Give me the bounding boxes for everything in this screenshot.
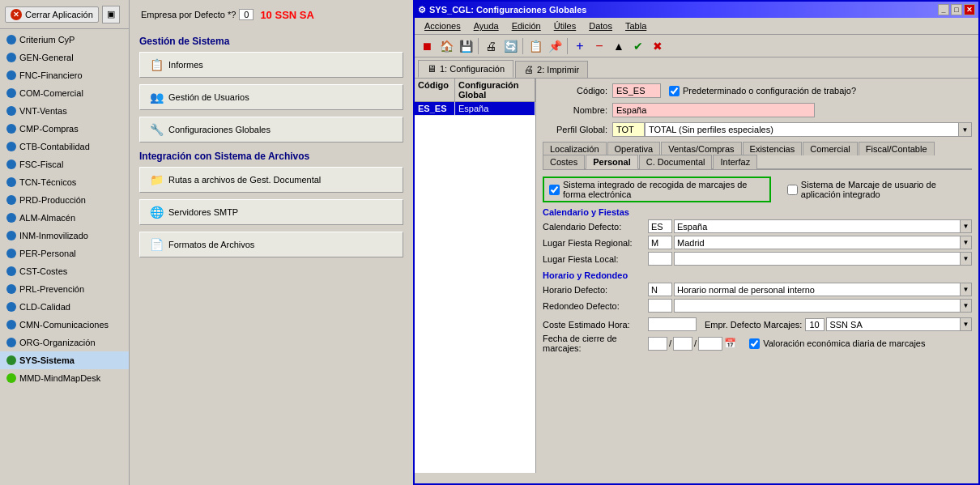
date-dd-input[interactable] bbox=[648, 337, 667, 351]
menu-ayuda[interactable]: Ayuda bbox=[467, 19, 505, 32]
coste-input[interactable] bbox=[648, 317, 697, 331]
add-button[interactable]: + bbox=[571, 37, 589, 55]
subtab-comercial[interactable]: Comercial bbox=[803, 142, 858, 155]
subtab-cdocumental[interactable]: C. Documental bbox=[639, 155, 713, 169]
servidores-button[interactable]: 🌐 Servidores SMTP bbox=[139, 199, 403, 225]
subtab-existencias[interactable]: Existencias bbox=[743, 142, 803, 155]
sidebar-item-criterium[interactable]: Criterium CyP bbox=[0, 31, 129, 49]
sidebar-item-cld[interactable]: CLD-Calidad bbox=[0, 298, 129, 316]
sidebar-item-vnt[interactable]: VNT-Ventas bbox=[0, 102, 129, 120]
empr-arrow[interactable]: ▼ bbox=[961, 317, 972, 331]
informes-button[interactable]: 📋 Informes bbox=[139, 52, 403, 78]
gestion-usuarios-button[interactable]: 👥 Gestión de Usuarios bbox=[139, 84, 403, 110]
sidebar-item-inm[interactable]: INM-Inmovilizado bbox=[0, 227, 129, 245]
up-button[interactable]: ▲ bbox=[610, 37, 628, 55]
local-arrow[interactable]: ▼ bbox=[961, 252, 972, 266]
perfil-code-input[interactable] bbox=[612, 122, 645, 137]
tab-print[interactable]: 🖨 2: Imprimir bbox=[515, 61, 588, 78]
formatos-button[interactable]: 📄 Formatos de Archivos bbox=[139, 232, 403, 257]
maximize-button[interactable]: □ bbox=[951, 4, 962, 15]
dot-icon bbox=[6, 355, 16, 365]
predeterminado-checkbox[interactable] bbox=[669, 86, 680, 96]
calendar-icon[interactable]: 📅 bbox=[724, 338, 736, 349]
redondeo-code-input[interactable] bbox=[648, 299, 672, 313]
subtab-interfaz[interactable]: Interfaz bbox=[713, 155, 757, 169]
calendario-arrow[interactable]: ▼ bbox=[961, 219, 972, 233]
redondeo-name-input[interactable] bbox=[674, 299, 961, 313]
subtab-operativa[interactable]: Operativa bbox=[607, 142, 661, 155]
marcaje-integrado-checkbox[interactable] bbox=[549, 185, 560, 195]
dot-icon bbox=[6, 266, 16, 276]
refresh-button[interactable]: 🔄 bbox=[501, 37, 519, 55]
date-yyyy-input[interactable] bbox=[698, 337, 722, 351]
window-icon-button[interactable]: ▣ bbox=[102, 6, 120, 23]
subtab-costes[interactable]: Costes bbox=[543, 155, 585, 169]
save-button[interactable]: 💾 bbox=[457, 37, 475, 55]
sidebar-item-prl[interactable]: PRL-Prevención bbox=[0, 280, 129, 298]
sidebar-item-alm[interactable]: ALM-Almacén bbox=[0, 209, 129, 227]
panel-row[interactable]: ES_ES España bbox=[415, 102, 535, 116]
sidebar-item-cmn[interactable]: CMN-Comunicaciones bbox=[0, 316, 129, 334]
close-app-label: Cerrar Aplicación bbox=[25, 10, 93, 19]
subtab-fiscal[interactable]: Fiscal/Contable bbox=[859, 142, 935, 155]
perfil-name-input[interactable] bbox=[645, 122, 959, 137]
menu-acciones[interactable]: Acciones bbox=[418, 19, 467, 32]
subtab-personal[interactable]: Personal bbox=[586, 155, 637, 169]
menu-utiles[interactable]: Útiles bbox=[548, 19, 583, 32]
codigo-input[interactable] bbox=[612, 83, 661, 98]
sidebar-item-cst[interactable]: CST-Costes bbox=[0, 262, 129, 280]
print-button[interactable]: 🖨 bbox=[482, 37, 500, 55]
local-code-input[interactable] bbox=[648, 252, 672, 266]
subtab-localizacion[interactable]: Localización bbox=[543, 142, 607, 155]
local-name-input[interactable] bbox=[674, 252, 961, 266]
sidebar-item-mmd[interactable]: MMD-MindMapDesk bbox=[0, 369, 129, 387]
marcaje-usuario-checkbox[interactable] bbox=[787, 185, 798, 195]
horario-arrow[interactable]: ▼ bbox=[961, 283, 972, 296]
sidebar-item-cmp[interactable]: CMP-Compras bbox=[0, 120, 129, 138]
subtab-ventas[interactable]: Ventas/Compras bbox=[661, 142, 741, 155]
cancel-x-button[interactable]: ✖ bbox=[649, 37, 667, 55]
regional-name-input[interactable] bbox=[674, 236, 961, 249]
sidebar-item-sys[interactable]: SYS-Sistema bbox=[0, 351, 129, 369]
date-mm-input[interactable] bbox=[673, 337, 692, 351]
tab-config[interactable]: 🖥 1: Configuración bbox=[418, 60, 513, 78]
regional-code-input[interactable] bbox=[648, 236, 672, 249]
sidebar-item-fnc[interactable]: FNC-Financiero bbox=[0, 66, 129, 84]
menu-edicion[interactable]: Edición bbox=[505, 19, 548, 32]
empr-name-input[interactable] bbox=[826, 317, 961, 331]
sidebar-item-fsc[interactable]: FSC-Fiscal bbox=[0, 155, 129, 173]
rutas-button[interactable]: 📁 Rutas a archivos de Gest. Documental bbox=[139, 167, 403, 193]
close-button[interactable]: ✕ bbox=[964, 4, 975, 15]
home-button[interactable]: 🏠 bbox=[437, 37, 455, 55]
horario-name-input[interactable] bbox=[674, 283, 961, 296]
col-header-code[interactable]: Código bbox=[415, 79, 455, 101]
menu-datos[interactable]: Datos bbox=[582, 19, 619, 32]
paste-button[interactable]: 📌 bbox=[546, 37, 564, 55]
horario-code-input[interactable] bbox=[648, 283, 672, 296]
sidebar-item-label: VNT-Ventas bbox=[19, 106, 67, 116]
sidebar-item-gen[interactable]: GEN-General bbox=[0, 49, 129, 66]
sidebar-item-org[interactable]: ORG-Organización bbox=[0, 334, 129, 351]
sidebar-item-tcn[interactable]: TCN-Técnicos bbox=[0, 173, 129, 191]
nombre-input[interactable] bbox=[612, 103, 815, 117]
config-globales-button[interactable]: 🔧 Configuraciones Globales bbox=[139, 117, 403, 143]
regional-arrow[interactable]: ▼ bbox=[961, 236, 972, 249]
valoracion-checkbox[interactable] bbox=[749, 338, 760, 349]
tab-print-label: 2: Imprimir bbox=[537, 65, 579, 74]
minimize-button[interactable]: _ bbox=[938, 4, 949, 15]
check-button[interactable]: ✔ bbox=[629, 37, 647, 55]
calendario-code-input[interactable] bbox=[648, 219, 672, 233]
menu-tabla[interactable]: Tabla bbox=[619, 19, 653, 32]
redondeo-arrow[interactable]: ▼ bbox=[961, 299, 972, 313]
sidebar-item-ctb[interactable]: CTB-Contabilidad bbox=[0, 138, 129, 155]
sidebar-item-com[interactable]: COM-Comercial bbox=[0, 84, 129, 102]
stop-button[interactable]: ⏹ bbox=[418, 37, 436, 55]
copy-button[interactable]: 📋 bbox=[526, 37, 544, 55]
calendario-name-input[interactable] bbox=[674, 219, 961, 233]
remove-button[interactable]: − bbox=[590, 37, 608, 55]
close-app-button[interactable]: ✕ Cerrar Aplicación bbox=[5, 6, 99, 23]
sidebar-item-per[interactable]: PER-Personal bbox=[0, 245, 129, 262]
col-header-name[interactable]: Configuración Global bbox=[455, 79, 535, 101]
perfil-dropdown-arrow[interactable]: ▼ bbox=[959, 122, 972, 137]
sidebar-item-prd[interactable]: PRD-Producción bbox=[0, 191, 129, 209]
